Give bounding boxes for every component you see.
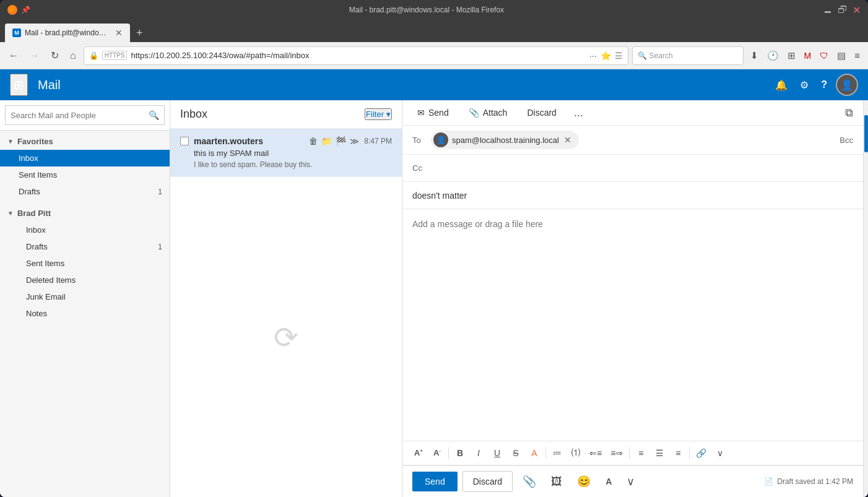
discard-toolbar-btn[interactable]: Discard [522, 105, 561, 120]
search-submit-btn[interactable]: 🔍 [149, 110, 159, 120]
numbers-btn[interactable]: ⑴ [567, 445, 584, 461]
recipient-remove-btn[interactable]: ✕ [563, 135, 573, 145]
inbox-panel: Inbox Filter ▾ maarten.wouters 🗑 📁 [170, 100, 402, 497]
help-btn[interactable]: ? [817, 76, 831, 94]
subject-text[interactable]: doesn't matter [412, 191, 853, 201]
insert-link-btn[interactable]: 🔗 [692, 446, 710, 460]
font-color-btn[interactable]: A [526, 446, 543, 460]
bullets-btn[interactable]: ≔ [549, 446, 566, 460]
refresh-btn[interactable]: ↻ [47, 47, 63, 64]
new-tab-btn[interactable]: + [131, 24, 148, 42]
settings-btn[interactable]: ⚙ [796, 76, 812, 95]
sidebar-item-bp-drafts[interactable]: Drafts 1 [0, 238, 170, 255]
browser-search-box[interactable]: 🔍 Search [632, 46, 744, 65]
sidebar-item-bp-junk[interactable]: Junk Email [0, 288, 170, 305]
attach-file-btn[interactable]: 📎 [518, 472, 541, 491]
tab-close-btn[interactable]: ✕ [115, 28, 123, 38]
emoji-btn[interactable]: 😊 [572, 472, 596, 491]
message-body-input[interactable] [412, 219, 853, 431]
sidebar-item-favorites-inbox[interactable]: Inbox [0, 150, 170, 166]
email-checkbox[interactable] [180, 137, 189, 145]
home-btn[interactable]: ⌂ [66, 48, 80, 64]
reader-icon[interactable]: ☰ [615, 51, 623, 61]
scroll-up-btn[interactable]: ▲ [864, 100, 868, 114]
font-size-decrease-btn[interactable]: A- [428, 446, 446, 460]
notifications-btn[interactable]: 🔔 [771, 76, 791, 95]
favorites-chevron: ▼ [7, 138, 14, 145]
delete-email-btn[interactable]: 🗑 [309, 136, 318, 146]
filter-btn[interactable]: Filter ▾ [365, 108, 392, 120]
email-item[interactable]: maarten.wouters 🗑 📁 🏁 ≫ 8:47 PM this is … [170, 129, 402, 177]
app-launcher-btn[interactable]: ⊞ [10, 74, 28, 96]
email-time: 8:47 PM [364, 137, 392, 145]
attach-toolbar-btn[interactable]: 📎 Attach [464, 105, 513, 120]
indent-more-btn[interactable]: ≡⇒ [607, 446, 627, 460]
app-container: ⊞ Mail 🔔 ⚙ ? 👤 🔍 [0, 69, 868, 497]
url-bar[interactable]: 🔒 HTTPS https://10.200.25.100:2443/owa/#… [84, 46, 628, 65]
indent-less-btn[interactable]: ⇐≡ [586, 446, 605, 460]
app-title: Mail [38, 78, 61, 92]
more-email-btn[interactable]: ≫ [350, 136, 359, 146]
download-btn[interactable]: ⬇ [747, 48, 762, 63]
extensions-btn[interactable]: ⊞ [784, 48, 799, 63]
sidebar-item-favorites-sent[interactable]: Sent Items [0, 166, 170, 183]
favorites-header[interactable]: ▼ Favorites [0, 133, 170, 150]
compose-more-btn[interactable]: ... [574, 106, 583, 119]
search-input[interactable] [11, 111, 145, 120]
discard-btn[interactable]: Discard [462, 471, 513, 492]
compose-expand-btn[interactable]: ⧉ [845, 106, 853, 119]
browser-tab[interactable]: M Mail - brad.pitt@windows.l... ✕ [5, 24, 130, 42]
send-btn[interactable]: Send [412, 472, 458, 491]
menu-btn[interactable]: ≡ [851, 48, 863, 63]
scroll-thumb[interactable] [864, 115, 868, 152]
user-avatar[interactable]: 👤 [836, 74, 858, 96]
bp-drafts-count: 1 [158, 243, 162, 251]
minimize-icon: 🗕 [823, 4, 833, 15]
move-email-btn[interactable]: 📁 [321, 136, 332, 146]
sidebar-item-bp-inbox[interactable]: Inbox [0, 222, 170, 238]
search-box: 🔍 [0, 100, 170, 131]
message-body-area[interactable] [402, 209, 863, 441]
format-more-btn[interactable]: ∨ [711, 446, 729, 460]
more-send-options-btn[interactable]: ∨ [622, 472, 640, 491]
search-input-wrap[interactable]: 🔍 [5, 105, 165, 125]
sidebar-item-bp-sent[interactable]: Sent Items [0, 255, 170, 272]
insert-image-btn[interactable]: 🖼 [546, 473, 567, 491]
to-field-row: To 👤 spam@localhost.training.local ✕ Bcc [402, 126, 863, 155]
sidebar-item-bp-notes[interactable]: Notes [0, 305, 170, 322]
bookmark-icon[interactable]: ⭐ [601, 51, 611, 61]
flag-email-btn[interactable]: 🏁 [336, 136, 346, 146]
url-more-btn[interactable]: ··· [589, 51, 597, 61]
signature-btn[interactable]: A [601, 474, 617, 489]
italic-btn[interactable]: I [470, 446, 487, 460]
cc-label: Cc [412, 163, 431, 173]
format-divider-4 [689, 447, 690, 459]
font-size-increase-btn[interactable]: A+ [410, 446, 427, 460]
inbox-title: Inbox [180, 108, 207, 121]
format-divider-2 [545, 447, 546, 459]
history-btn[interactable]: 🕐 [764, 48, 782, 63]
addon1-btn[interactable]: M [801, 49, 815, 63]
filter-label: Filter [366, 110, 384, 119]
sidebar-item-bp-deleted[interactable]: Deleted Items [0, 272, 170, 288]
bcc-btn[interactable]: Bcc [840, 136, 853, 145]
inbox-header: Inbox Filter ▾ [170, 100, 402, 129]
close-icon[interactable]: ✕ [853, 4, 861, 16]
underline-btn[interactable]: U [488, 446, 506, 460]
recipient-chip[interactable]: 👤 spam@localhost.training.local ✕ [431, 131, 579, 149]
brad-pitt-header[interactable]: ▼ Brad Pitt [0, 205, 170, 222]
send-toolbar-btn[interactable]: ✉ Send [412, 105, 454, 120]
align-left-btn[interactable]: ≡ [632, 446, 649, 460]
favorites-inbox-label: Inbox [19, 153, 38, 163]
align-right-btn[interactable]: ≡ [669, 446, 687, 460]
forward-btn[interactable]: → [26, 48, 43, 64]
reader-view-btn[interactable]: ▤ [834, 48, 849, 63]
back-btn[interactable]: ← [5, 48, 22, 64]
align-center-btn[interactable]: ☰ [651, 446, 668, 460]
restore-icon: 🗗 [838, 4, 848, 15]
strikethrough-btn[interactable]: S [507, 446, 524, 460]
addon2-btn[interactable]: 🛡 [817, 49, 831, 63]
compose-scrollbar[interactable]: ▲ [863, 100, 868, 497]
bold-btn[interactable]: B [451, 446, 469, 460]
sidebar-item-favorites-drafts[interactable]: Drafts 1 [0, 183, 170, 200]
